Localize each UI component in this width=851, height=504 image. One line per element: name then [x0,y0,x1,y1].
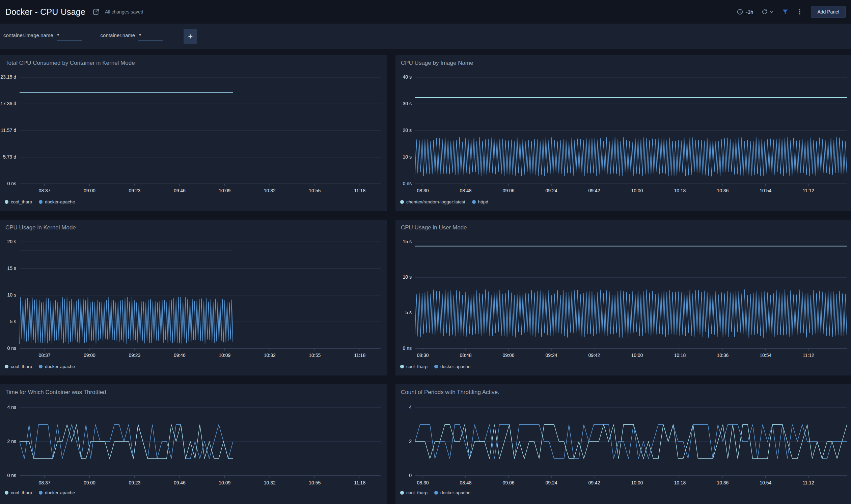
svg-text:10:09: 10:09 [219,353,230,358]
svg-text:10:18: 10:18 [674,353,686,358]
svg-text:11:18: 11:18 [354,188,366,193]
svg-text:08:37: 08:37 [38,480,50,485]
panel-title: Total CPU Consumed by Container in Kerne… [5,60,135,67]
svg-text:15 s: 15 s [403,239,412,244]
svg-text:10 s: 10 s [403,154,412,160]
panel-throttled-time: Time for Which Container was Throttled 4… [0,384,387,504]
filter-field-container-name: container.name [101,32,164,40]
svg-text:10 s: 10 s [403,274,412,280]
more-options-button[interactable] [797,8,803,15]
svg-text:10:00: 10:00 [631,188,643,193]
svg-text:10:36: 10:36 [717,188,728,193]
add-filter-button[interactable]: + [183,29,197,44]
series-docker-apache [20,297,233,344]
chart-cpu-kernel-mode[interactable]: 20 s15 s10 s5 s0 ns08:3709:0009:2309:461… [0,220,387,376]
legend-item[interactable]: httpd [472,199,488,204]
svg-text:09:23: 09:23 [128,480,140,485]
share-icon[interactable] [92,8,100,16]
legend-item[interactable]: docker-apache [434,490,471,495]
svg-text:08:48: 08:48 [460,480,472,485]
svg-text:23.15 d: 23.15 d [0,74,16,79]
svg-text:10:55: 10:55 [309,480,321,485]
time-range-control[interactable]: -3h [737,8,754,15]
svg-text:2 ns: 2 ns [7,438,16,444]
refresh-button[interactable] [761,8,774,15]
time-range-value: -3h [746,9,754,15]
panel-grid: Total CPU Consumed by Container in Kerne… [0,55,851,504]
panel-title: CPU Usage in User Mode [401,224,467,231]
svg-text:10 s: 10 s [7,292,16,298]
legend-item[interactable]: cool_tharp [5,364,32,369]
svg-text:0 ns: 0 ns [7,181,16,186]
legend-item[interactable]: docker-apache [39,490,75,495]
svg-text:10:09: 10:09 [219,480,230,485]
svg-text:10:32: 10:32 [264,188,276,193]
panel-cpu-user-mode: CPU Usage in User Mode 15 s10 s5 s0 ns08… [395,220,851,376]
legend-item[interactable]: docker-apache [39,199,75,204]
svg-text:09:46: 09:46 [174,480,185,485]
svg-text:30 s: 30 s [403,101,412,106]
svg-text:11:12: 11:12 [803,353,814,358]
chart-legend: cool_tharpdocker-apache [400,364,471,369]
svg-text:09:23: 09:23 [128,353,140,358]
legend-item[interactable]: cool_tharp [400,490,427,495]
svg-text:10:55: 10:55 [309,188,321,193]
chart-legend: cool_tharpdocker-apache [400,490,471,495]
svg-text:08:37: 08:37 [38,353,50,358]
svg-text:0: 0 [409,473,412,478]
filter-toggle-button[interactable] [782,8,788,15]
svg-text:09:42: 09:42 [588,188,600,193]
svg-text:08:30: 08:30 [417,353,428,358]
svg-text:11.57 d: 11.57 d [1,127,16,133]
svg-text:10:36: 10:36 [717,353,728,358]
header-actions: -3h Add Panel [737,6,846,18]
svg-text:10:36: 10:36 [717,480,728,485]
chart-legend: cool_tharpdocker-apache [5,364,75,369]
svg-text:09:06: 09:06 [502,188,514,193]
chart-throttling-periods[interactable]: 42008:3008:4809:0609:2409:4210:0010:1810… [395,384,851,504]
svg-text:5 s: 5 s [10,319,16,324]
legend-item[interactable]: docker-apache [39,364,75,369]
svg-text:09:42: 09:42 [588,353,600,358]
filter-label: container.image.name [3,32,53,38]
svg-text:10:18: 10:18 [674,188,686,193]
panel-title: Count of Periods with Throttling Active. [401,389,499,396]
svg-text:4 ns: 4 ns [7,404,16,410]
legend-item[interactable]: cool_tharp [400,364,427,369]
filter-value-input[interactable] [138,32,163,40]
svg-text:09:00: 09:00 [84,353,95,358]
filter-value-input[interactable] [57,32,82,40]
svg-text:10:00: 10:00 [631,480,643,485]
chart-legend: chentex/random-logger:latesthttpd [400,199,488,204]
panel-title: CPU Usage by Image Name [401,60,473,67]
svg-text:09:06: 09:06 [502,353,514,358]
chart-cpu-by-image[interactable]: 40 s30 s20 s10 s0 ns08:3008:4809:0609:24… [395,55,851,211]
series-httpd [415,137,847,176]
svg-text:10:54: 10:54 [760,188,772,193]
svg-text:20 s: 20 s [7,239,16,244]
dashboard-header: Docker - CPU Usage All changes saved -3h [0,0,851,24]
legend-item[interactable]: chentex/random-logger:latest [400,199,465,204]
legend-item[interactable]: cool_tharp [5,490,32,495]
panel-cpu-by-image: CPU Usage by Image Name 40 s30 s20 s10 s… [395,55,851,211]
svg-text:09:42: 09:42 [588,480,600,485]
chart-total-cpu-kernel[interactable]: 23.15 d17.36 d11.57 d5.79 d0 ns08:3709:0… [0,55,387,211]
chart-cpu-user-mode[interactable]: 15 s10 s5 s0 ns08:3008:4809:0609:2409:42… [395,220,851,376]
panel-throttling-periods: Count of Periods with Throttling Active.… [395,384,851,504]
add-panel-button[interactable]: Add Panel [811,6,846,18]
svg-text:10:32: 10:32 [264,353,276,358]
clock-icon [737,8,743,15]
legend-item[interactable]: cool_tharp [5,199,32,204]
filter-icon [782,8,788,15]
panel-total-cpu-kernel: Total CPU Consumed by Container in Kerne… [0,55,387,211]
svg-text:0 ns: 0 ns [7,473,16,478]
svg-text:08:30: 08:30 [417,480,428,485]
panel-title: CPU Usage in Kernel Mode [5,224,76,231]
svg-text:5.79 d: 5.79 d [3,154,16,160]
legend-item[interactable]: docker-apache [434,364,471,369]
dashboard-app: Docker - CPU Usage All changes saved -3h [0,0,851,504]
chart-throttled-time[interactable]: 4 ns2 ns0 ns08:3709:0009:2309:4610:0910:… [0,384,387,504]
svg-text:20 s: 20 s [403,127,412,133]
svg-text:09:00: 09:00 [84,480,95,485]
svg-text:11:18: 11:18 [354,353,366,358]
